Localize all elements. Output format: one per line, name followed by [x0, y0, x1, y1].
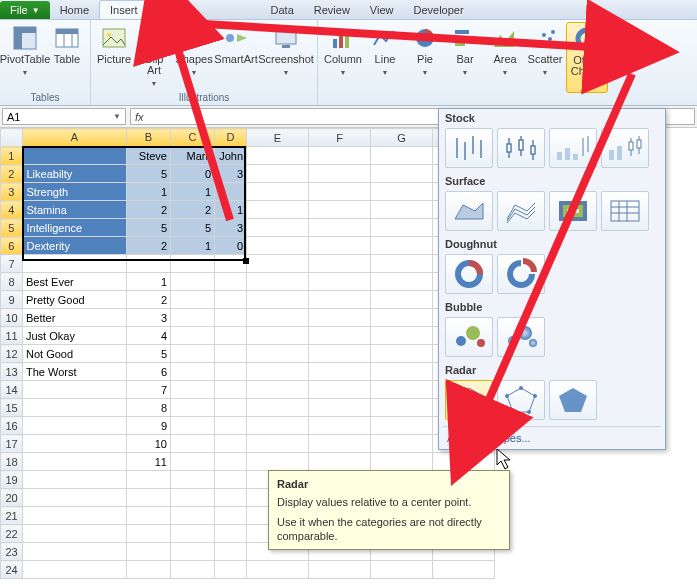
svg-line-73 [455, 396, 469, 400]
area-chart-button[interactable]: Area▼ [486, 22, 524, 93]
tab-blank2[interactable] [205, 13, 261, 19]
bubble-3d-option[interactable] [497, 317, 545, 357]
surface-contour-option[interactable] [549, 191, 597, 231]
svg-point-61 [456, 336, 466, 346]
svg-rect-21 [455, 30, 469, 34]
chevron-down-icon: ▼ [22, 67, 29, 78]
svg-rect-41 [565, 148, 570, 160]
line-chart-button[interactable]: Line▼ [366, 22, 404, 93]
svg-rect-19 [345, 36, 349, 48]
file-tab-label: File [10, 4, 28, 16]
tooltip-title: Radar [277, 477, 501, 491]
tab-home[interactable]: Home [50, 1, 99, 19]
other-charts-icon [573, 25, 601, 53]
tab-review[interactable]: Review [304, 1, 360, 19]
col-header-G[interactable]: G [371, 129, 433, 147]
tab-view[interactable]: View [360, 1, 404, 19]
chevron-down-icon: ▼ [191, 67, 198, 78]
col-header-C[interactable]: C [171, 129, 215, 147]
svg-point-77 [527, 410, 531, 414]
table-icon [53, 24, 81, 52]
tab-blank1[interactable] [149, 13, 205, 19]
all-chart-types-link[interactable]: All Chart Types... [439, 429, 665, 447]
bubble-option[interactable] [445, 317, 493, 357]
col-header-B[interactable]: B [127, 129, 171, 147]
doughnut-option[interactable] [445, 254, 493, 294]
surface-3d-option[interactable] [445, 191, 493, 231]
svg-marker-51 [455, 203, 483, 219]
radar-filled-option[interactable] [549, 380, 597, 420]
section-bubble: Bubble [439, 298, 665, 315]
stock-ohlc-option[interactable] [497, 128, 545, 168]
tab-developer[interactable]: Developer [404, 1, 474, 19]
svg-point-75 [519, 386, 523, 390]
row-header[interactable]: 6 [1, 237, 23, 255]
pie-chart-button[interactable]: Pie▼ [406, 22, 444, 93]
tab-data[interactable]: Data [261, 1, 304, 19]
cell[interactable]: John [215, 147, 247, 165]
svg-rect-10 [149, 38, 159, 47]
group-charts: Column▼ Line▼ Pie▼ Bar▼ Area▼ Scatter▼ O… [318, 20, 697, 105]
svg-point-25 [536, 41, 540, 45]
radar-markers-option[interactable] [497, 380, 545, 420]
svg-point-66 [529, 339, 537, 347]
row-header[interactable]: 3 [1, 183, 23, 201]
stock-vhlc-option[interactable] [549, 128, 597, 168]
screenshot-button[interactable]: Screenshot▼ [259, 22, 313, 91]
stock-hlc-option[interactable] [445, 128, 493, 168]
bar-chart-icon [451, 24, 479, 52]
svg-rect-18 [339, 33, 343, 48]
picture-button[interactable]: Picture [95, 22, 133, 91]
exploded-doughnut-option[interactable] [497, 254, 545, 294]
shapes-icon [180, 24, 208, 52]
svg-point-63 [477, 339, 485, 347]
col-header-A[interactable]: A [23, 129, 127, 147]
name-box-dropdown-icon[interactable]: ▼ [113, 112, 121, 121]
clipart-button[interactable]: Clip Art▼ [135, 22, 173, 91]
smartart-button[interactable]: SmartArt [215, 22, 257, 91]
group-tables: PivotTable▼ Table Tables [0, 20, 91, 105]
row-header[interactable]: 1 [1, 147, 23, 165]
svg-rect-39 [531, 146, 535, 154]
cell[interactable] [23, 147, 127, 165]
other-charts-button[interactable]: Other Charts▼ [566, 22, 608, 93]
cell[interactable]: Steve [127, 147, 171, 165]
tab-insert[interactable]: Insert [99, 0, 149, 19]
svg-point-28 [551, 30, 555, 34]
row-header[interactable]: 5 [1, 219, 23, 237]
section-stock: Stock [439, 109, 665, 126]
surface-wire-3d-option[interactable] [497, 191, 545, 231]
table-button[interactable]: Table [48, 22, 86, 80]
area-chart-icon [491, 24, 519, 52]
svg-rect-54 [567, 209, 579, 213]
shapes-button[interactable]: Shapes▼ [175, 22, 213, 91]
col-header-F[interactable]: F [309, 129, 371, 147]
col-header-E[interactable]: E [247, 129, 309, 147]
radar-tooltip: Radar Display values relative to a cente… [268, 470, 510, 550]
svg-point-8 [107, 33, 111, 37]
selection-fill-handle[interactable] [243, 258, 249, 264]
cell[interactable]: Mark [171, 147, 215, 165]
name-box-value: A1 [7, 111, 20, 123]
line-chart-button-2[interactable]: Line [610, 22, 648, 93]
stock-vohlc-option[interactable] [601, 128, 649, 168]
chevron-down-icon: ▼ [382, 67, 389, 78]
scatter-chart-button[interactable]: Scatter▼ [526, 22, 564, 93]
svg-rect-46 [617, 146, 622, 160]
file-tab[interactable]: File ▼ [0, 1, 50, 19]
clipart-icon [140, 24, 168, 52]
bar-chart-button[interactable]: Bar▼ [446, 22, 484, 93]
fx-icon: fx [135, 111, 144, 123]
tooltip-body1: Display values relative to a center poin… [277, 495, 501, 509]
row-header[interactable]: 2 [1, 165, 23, 183]
surface-wire-contour-option[interactable] [601, 191, 649, 231]
column-chart-button[interactable]: Column▼ [322, 22, 364, 93]
svg-point-79 [505, 394, 509, 398]
name-box[interactable]: A1 ▼ [2, 108, 126, 125]
svg-marker-74 [507, 388, 535, 412]
radar-option[interactable] [445, 380, 493, 420]
row-header[interactable]: 4 [1, 201, 23, 219]
col-header-D[interactable]: D [215, 129, 247, 147]
pivottable-button[interactable]: PivotTable▼ [4, 22, 46, 80]
select-all-corner[interactable] [1, 129, 23, 147]
